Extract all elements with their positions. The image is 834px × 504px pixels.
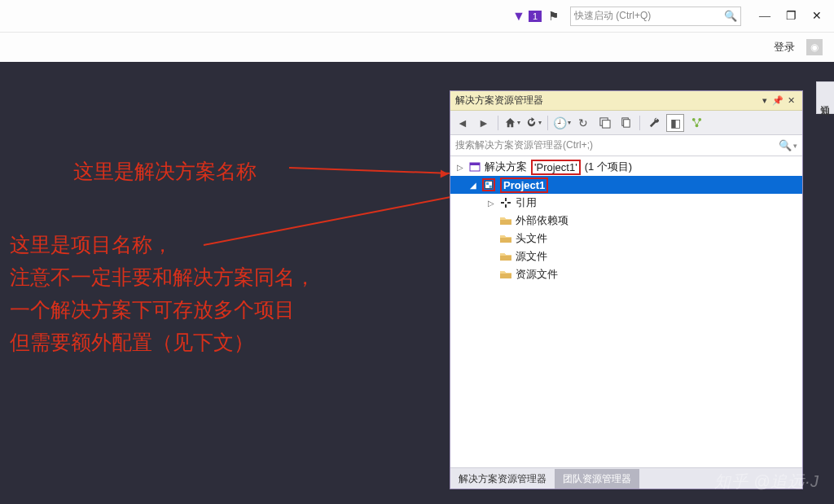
notification-count-badge[interactable]: 1 xyxy=(529,11,542,22)
notifications-side-tab[interactable]: 通知 xyxy=(816,81,834,114)
annotation-project-line4: 但需要额外配置（见下文） xyxy=(10,326,254,358)
resource-files-label: 资源文件 xyxy=(516,267,558,282)
references-label: 引用 xyxy=(516,195,537,210)
svg-rect-15 xyxy=(505,204,507,208)
quick-launch-input[interactable]: 快速启动 (Ctrl+Q) 🔍 xyxy=(570,7,741,26)
collapse-all-icon[interactable] xyxy=(595,114,613,132)
search-icon: 🔍 xyxy=(724,10,737,22)
panel-title-text: 解决方案资源管理器 xyxy=(455,94,543,107)
project-name-highlight: Project1 xyxy=(500,177,548,193)
quick-launch-placeholder: 快速启动 (Ctrl+Q) xyxy=(574,9,651,23)
sync-icon[interactable]: ↻ xyxy=(574,114,592,132)
panel-pin-icon[interactable]: 📌 xyxy=(771,95,784,106)
resource-files-node[interactable]: 资源文件 xyxy=(450,265,802,283)
show-all-files-icon[interactable] xyxy=(617,114,634,132)
panel-search-input[interactable]: 搜索解决方案资源管理器(Ctrl+;) 🔍 ▾ xyxy=(450,135,802,156)
svg-rect-3 xyxy=(623,120,630,127)
restore-button[interactable]: ❐ xyxy=(780,9,801,23)
expand-icon[interactable]: ▷ xyxy=(486,199,496,208)
panel-toolbar: ◄ ► 🕘 ↻ ◧ xyxy=(450,111,802,135)
preview-icon[interactable]: ◧ xyxy=(666,114,684,132)
folder-icon xyxy=(499,214,512,227)
toolbar-separator xyxy=(498,116,498,130)
external-deps-label: 外部依赖项 xyxy=(516,213,568,228)
svg-rect-8 xyxy=(470,163,480,165)
tab-team-explorer[interactable]: 团队资源管理器 xyxy=(555,469,639,489)
annotation-project-line1: 这里是项目名称， xyxy=(10,228,173,261)
refresh-icon[interactable] xyxy=(525,114,542,132)
folder-icon xyxy=(499,232,512,245)
panel-dropdown-icon[interactable]: ▾ xyxy=(758,95,771,106)
solution-explorer-panel: 解决方案资源管理器 ▾ 📌 ✕ ◄ ► 🕘 ↻ ◧ xyxy=(450,90,803,489)
filter-icon[interactable]: ▼ xyxy=(512,9,525,24)
panel-close-icon[interactable]: ✕ xyxy=(784,95,797,106)
nav-forward-icon[interactable]: ► xyxy=(475,114,493,132)
folder-icon xyxy=(499,250,512,263)
source-files-node[interactable]: 源文件 xyxy=(450,248,802,265)
header-files-node[interactable]: 头文件 xyxy=(450,230,802,248)
search-icon: 🔍 xyxy=(779,139,792,151)
class-view-icon[interactable] xyxy=(687,114,705,132)
svg-rect-13 xyxy=(507,202,511,204)
svg-rect-12 xyxy=(501,202,504,204)
source-files-label: 源文件 xyxy=(516,249,547,264)
toolbar-separator xyxy=(639,116,640,130)
toolbar-separator xyxy=(547,116,548,130)
home-icon[interactable] xyxy=(503,114,521,132)
solution-node[interactable]: ▷ 解决方案 'Project1' (1 个项目) xyxy=(450,158,802,176)
nav-back-icon[interactable]: ◄ xyxy=(454,114,472,132)
annotation-solution-name: 这里是解决方案名称 xyxy=(73,155,257,187)
expand-icon[interactable]: ▷ xyxy=(455,163,465,172)
header-files-label: 头文件 xyxy=(516,231,547,246)
references-node[interactable]: ▷ 引用 xyxy=(450,194,802,212)
title-bar: ▼ 1 ⚑ 快速启动 (Ctrl+Q) 🔍 — ❐ ✕ xyxy=(0,0,834,33)
folder-icon xyxy=(499,268,512,281)
history-icon[interactable]: 🕘 xyxy=(553,114,571,132)
svg-rect-10 xyxy=(486,182,489,185)
sign-in-link[interactable]: 登录 xyxy=(774,40,795,55)
annotation-project-line3: 一个解决方案下可存放多个项目 xyxy=(10,293,295,326)
properties-icon[interactable] xyxy=(645,114,663,132)
solution-tree: ▷ 解决方案 'Project1' (1 个项目) ◢ Project1 ▷ 引… xyxy=(450,156,802,467)
solution-label-prefix: 解决方案 xyxy=(485,160,527,174)
panel-search-placeholder: 搜索解决方案资源管理器(Ctrl+;) xyxy=(455,138,593,152)
watermark: 知乎 @追远·J xyxy=(714,471,819,493)
solution-icon xyxy=(468,160,481,173)
minimize-button[interactable]: — xyxy=(754,10,775,23)
extensions-icon[interactable]: ⚑ xyxy=(548,9,559,24)
close-button[interactable]: ✕ xyxy=(806,9,827,23)
panel-title-bar: 解决方案资源管理器 ▾ 📌 ✕ xyxy=(450,91,802,111)
solution-name-highlight: 'Project1' xyxy=(531,160,581,175)
solution-label-suffix: (1 个项目) xyxy=(585,160,633,174)
avatar-icon[interactable]: ◉ xyxy=(806,39,823,55)
solution-name: Project1 xyxy=(536,161,575,173)
references-icon xyxy=(499,196,512,209)
tab-solution-explorer[interactable]: 解决方案资源管理器 xyxy=(450,469,555,489)
account-bar: 登录 ◉ xyxy=(0,33,834,62)
annotation-project-line2: 注意不一定非要和解决方案同名， xyxy=(10,261,315,293)
collapse-icon[interactable]: ◢ xyxy=(468,181,478,190)
svg-rect-11 xyxy=(489,186,492,188)
project-node[interactable]: ◢ Project1 xyxy=(450,176,802,194)
svg-rect-14 xyxy=(505,198,507,201)
svg-rect-1 xyxy=(602,121,609,128)
external-deps-node[interactable]: 外部依赖项 xyxy=(450,212,802,230)
project-icon xyxy=(482,178,495,191)
search-options-icon[interactable]: ▾ xyxy=(793,142,797,150)
